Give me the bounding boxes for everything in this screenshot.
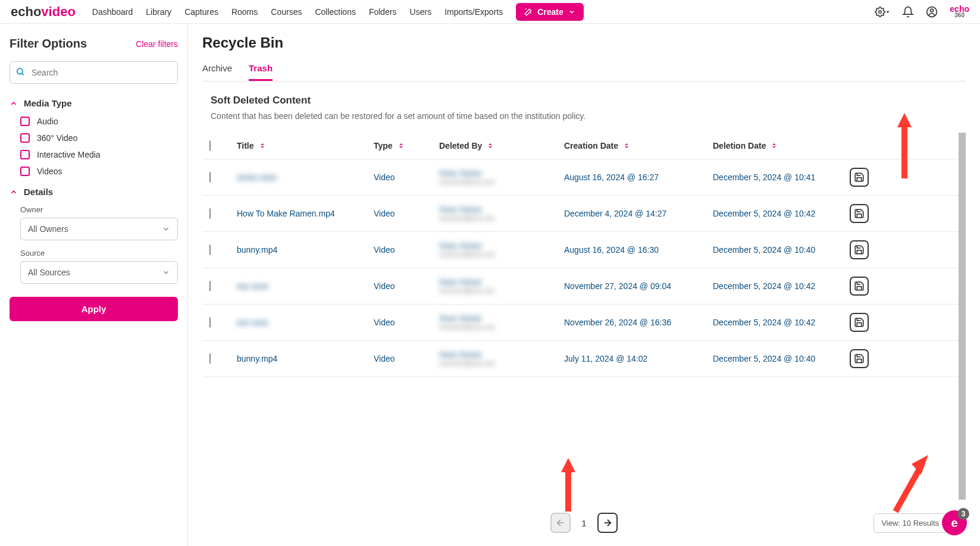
row-checkbox[interactable] bbox=[209, 172, 211, 183]
row-deletedby: Xxxx Xxxxx xxxxxxx@xxx.xxx bbox=[439, 241, 564, 259]
table-row: xxxxx xxxx Video Xxxx Xxxxx xxxxxxx@xxx.… bbox=[202, 159, 959, 196]
nav-rooms[interactable]: Rooms bbox=[231, 7, 258, 17]
sort-icon[interactable] bbox=[623, 142, 630, 150]
view-results-label: View: 10 Results bbox=[881, 519, 939, 528]
restore-button[interactable] bbox=[850, 313, 869, 332]
source-label: Source bbox=[20, 249, 178, 258]
nav-users[interactable]: Users bbox=[410, 7, 432, 17]
filter-sidebar: Filter Options Clear filters Media Type … bbox=[0, 24, 188, 546]
row-checkbox[interactable] bbox=[209, 244, 211, 255]
nav-library[interactable]: Library bbox=[146, 7, 171, 17]
magic-wand-icon bbox=[524, 8, 533, 16]
restore-button[interactable] bbox=[850, 240, 869, 259]
media-type-label: 360° Video bbox=[37, 133, 77, 143]
bell-icon[interactable] bbox=[902, 6, 914, 18]
media-type-title: Media Type bbox=[24, 98, 72, 108]
clear-filters-link[interactable]: Clear filters bbox=[136, 39, 178, 49]
nav-courses[interactable]: Courses bbox=[271, 7, 302, 17]
create-button[interactable]: Create bbox=[516, 3, 584, 21]
col-type[interactable]: Type bbox=[374, 141, 393, 150]
chevron-up-icon bbox=[10, 188, 18, 196]
nav-collections[interactable]: Collections bbox=[315, 7, 355, 17]
checkbox-icon bbox=[20, 133, 30, 143]
row-title[interactable]: xxxxx xxxx bbox=[237, 172, 374, 182]
save-icon bbox=[854, 281, 865, 291]
help-badge[interactable]: e 3 bbox=[942, 510, 967, 535]
table-header: Title Type Deleted By Creation Date Dele… bbox=[202, 133, 959, 159]
svg-point-4 bbox=[17, 68, 23, 74]
media-type-videos[interactable]: Videos bbox=[20, 167, 178, 176]
restore-button[interactable] bbox=[850, 168, 869, 187]
row-checkbox[interactable] bbox=[209, 208, 211, 219]
details-title: Details bbox=[24, 187, 53, 197]
owner-select[interactable]: All Owners bbox=[20, 218, 178, 240]
source-value: All Sources bbox=[28, 268, 70, 277]
chevron-down-icon bbox=[162, 225, 170, 233]
svg-marker-1 bbox=[887, 11, 890, 12]
checkbox-icon bbox=[20, 150, 30, 159]
logo[interactable]: echovideo bbox=[11, 4, 76, 20]
next-page-button[interactable] bbox=[597, 513, 618, 533]
row-title[interactable]: How To Make Ramen.mp4 bbox=[237, 209, 374, 218]
nav-dashboard[interactable]: Dashboard bbox=[92, 7, 133, 17]
row-title[interactable]: xxx xxxx bbox=[237, 318, 374, 327]
user-icon[interactable] bbox=[926, 6, 938, 18]
row-deleted: December 5, 2024 @ 10:42 bbox=[713, 209, 850, 218]
row-deleted: December 5, 2024 @ 10:42 bbox=[713, 318, 850, 327]
filter-title: Filter Options bbox=[10, 37, 87, 51]
tabs: Archive Trash bbox=[202, 63, 966, 81]
page-title: Recycle Bin bbox=[202, 34, 966, 51]
row-checkbox[interactable] bbox=[209, 281, 211, 291]
sort-icon[interactable] bbox=[487, 142, 494, 150]
row-deleted: December 5, 2024 @ 10:42 bbox=[713, 281, 850, 291]
col-title[interactable]: Title bbox=[237, 141, 254, 150]
row-checkbox[interactable] bbox=[209, 353, 211, 364]
row-checkbox[interactable] bbox=[209, 317, 211, 328]
row-deleted: December 5, 2024 @ 10:40 bbox=[713, 354, 850, 363]
nav-captures[interactable]: Captures bbox=[184, 7, 218, 17]
nav-folders[interactable]: Folders bbox=[369, 7, 397, 17]
select-all-checkbox[interactable] bbox=[209, 140, 211, 151]
search-input[interactable] bbox=[10, 61, 178, 84]
sort-icon[interactable] bbox=[397, 142, 405, 150]
brand-badge[interactable]: echo 360 bbox=[950, 5, 969, 18]
row-type: Video bbox=[374, 245, 439, 255]
restore-button[interactable] bbox=[850, 277, 869, 296]
row-deleted: December 5, 2024 @ 10:40 bbox=[713, 245, 850, 255]
restore-button[interactable] bbox=[850, 349, 869, 368]
tab-trash[interactable]: Trash bbox=[249, 63, 273, 81]
row-title[interactable]: bunny.mp4 bbox=[237, 245, 374, 255]
tab-archive[interactable]: Archive bbox=[202, 63, 232, 81]
top-nav: echovideo Dashboard Library Captures Roo… bbox=[0, 0, 980, 24]
col-creation[interactable]: Creation Date bbox=[564, 141, 618, 150]
checkbox-icon bbox=[20, 117, 30, 126]
table-scroll[interactable]: Title Type Deleted By Creation Date Dele… bbox=[202, 133, 966, 500]
nav-imports-exports[interactable]: Imports/Exports bbox=[444, 7, 503, 17]
media-type-interactive[interactable]: Interactive Media bbox=[20, 150, 178, 159]
save-icon bbox=[854, 208, 865, 219]
row-deleted: December 5, 2024 @ 10:41 bbox=[713, 172, 850, 182]
apply-button[interactable]: Apply bbox=[10, 297, 178, 321]
svg-line-5 bbox=[22, 74, 24, 76]
chevron-up-icon bbox=[10, 99, 18, 108]
main-content: Recycle Bin Archive Trash Soft Deleted C… bbox=[188, 24, 980, 546]
col-deletion[interactable]: Deletion Date bbox=[713, 141, 766, 150]
badge-count: 3 bbox=[957, 508, 969, 520]
row-created: July 11, 2024 @ 14:02 bbox=[564, 354, 713, 363]
media-type-section[interactable]: Media Type bbox=[10, 98, 178, 108]
sort-icon[interactable] bbox=[771, 142, 778, 150]
col-deletedby[interactable]: Deleted By bbox=[439, 141, 482, 150]
row-type: Video bbox=[374, 172, 439, 182]
media-type-audio[interactable]: Audio bbox=[20, 117, 178, 126]
row-created: August 16, 2024 @ 16:27 bbox=[564, 172, 713, 182]
details-section[interactable]: Details bbox=[10, 187, 178, 197]
row-title[interactable]: bunny.mp4 bbox=[237, 354, 374, 363]
media-type-360[interactable]: 360° Video bbox=[20, 133, 178, 143]
source-select[interactable]: All Sources bbox=[20, 261, 178, 284]
settings-icon[interactable] bbox=[875, 7, 890, 17]
row-type: Video bbox=[374, 209, 439, 218]
restore-button[interactable] bbox=[850, 204, 869, 223]
create-label: Create bbox=[537, 7, 563, 17]
sort-icon[interactable] bbox=[259, 142, 266, 150]
row-title[interactable]: xxx xxxx bbox=[237, 281, 374, 291]
